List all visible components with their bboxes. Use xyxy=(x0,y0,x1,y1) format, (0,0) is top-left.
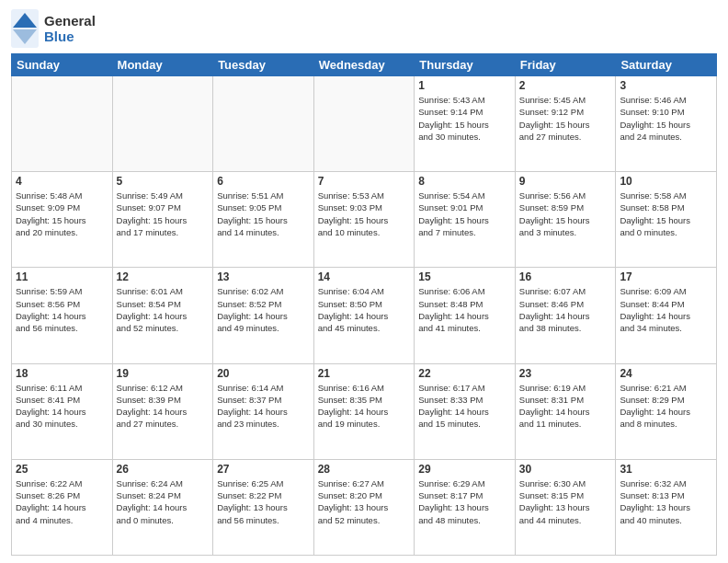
info-line: Sunset: 8:46 PM xyxy=(519,298,612,310)
day-info: Sunrise: 6:01 AMSunset: 8:54 PMDaylight:… xyxy=(117,285,210,334)
calendar-cell: 28Sunrise: 6:27 AMSunset: 8:20 PMDayligh… xyxy=(313,459,415,555)
info-line: Sunrise: 6:25 AM xyxy=(217,477,310,489)
info-line: Daylight: 14 hours xyxy=(117,406,210,418)
info-line: and 48 minutes. xyxy=(418,514,511,526)
day-info: Sunrise: 5:46 AMSunset: 9:10 PMDaylight:… xyxy=(620,94,712,143)
day-number: 28 xyxy=(318,463,411,476)
day-info: Sunrise: 5:58 AMSunset: 8:58 PMDaylight:… xyxy=(620,190,712,238)
calendar-cell: 30Sunrise: 6:30 AMSunset: 8:15 PMDayligh… xyxy=(515,459,616,555)
calendar-cell: 13Sunrise: 6:02 AMSunset: 8:52 PMDayligh… xyxy=(213,268,314,363)
info-line: and 23 minutes. xyxy=(217,418,310,430)
calendar-cell: 17Sunrise: 6:09 AMSunset: 8:44 PMDayligh… xyxy=(616,268,717,363)
day-number: 5 xyxy=(117,175,210,188)
info-line: Daylight: 13 hours xyxy=(418,501,511,513)
info-line: and 10 minutes. xyxy=(318,226,411,238)
info-line: Sunrise: 6:22 AM xyxy=(16,477,108,489)
info-line: and 20 minutes. xyxy=(16,226,108,238)
calendar-cell: 27Sunrise: 6:25 AMSunset: 8:22 PMDayligh… xyxy=(213,459,314,555)
info-line: Sunrise: 5:49 AM xyxy=(117,190,210,201)
svg-text:General: General xyxy=(44,13,96,29)
info-line: and 41 minutes. xyxy=(418,322,511,334)
day-info: Sunrise: 6:14 AMSunset: 8:37 PMDaylight:… xyxy=(217,382,310,431)
info-line: and 30 minutes. xyxy=(418,131,511,143)
calendar-cell: 6Sunrise: 5:51 AMSunset: 9:05 PMDaylight… xyxy=(213,172,314,268)
calendar-cell: 19Sunrise: 6:12 AMSunset: 8:39 PMDayligh… xyxy=(112,363,213,459)
info-line: Sunrise: 5:54 AM xyxy=(418,190,511,201)
calendar-cell: 31Sunrise: 6:32 AMSunset: 8:13 PMDayligh… xyxy=(616,459,717,555)
calendar-cell: 11Sunrise: 5:59 AMSunset: 8:56 PMDayligh… xyxy=(12,268,113,363)
day-number: 16 xyxy=(519,270,612,283)
info-line: Sunset: 8:56 PM xyxy=(16,298,108,310)
day-info: Sunrise: 6:27 AMSunset: 8:20 PMDaylight:… xyxy=(318,477,411,526)
day-info: Sunrise: 6:09 AMSunset: 8:44 PMDaylight:… xyxy=(620,285,712,334)
info-line: Sunrise: 6:30 AM xyxy=(519,477,612,489)
info-line: Sunrise: 6:14 AM xyxy=(217,382,310,394)
day-info: Sunrise: 6:11 AMSunset: 8:41 PMDaylight:… xyxy=(16,382,108,431)
info-line: Sunset: 9:14 PM xyxy=(418,106,511,118)
calendar-cell xyxy=(213,76,314,172)
info-line: Sunset: 9:07 PM xyxy=(117,201,210,213)
calendar-cell: 2Sunrise: 5:45 AMSunset: 9:12 PMDaylight… xyxy=(515,76,616,172)
day-number: 27 xyxy=(217,463,310,476)
day-number: 7 xyxy=(318,175,411,188)
info-line: Sunset: 8:41 PM xyxy=(16,394,108,406)
info-line: and 38 minutes. xyxy=(519,322,612,334)
info-line: Sunset: 8:15 PM xyxy=(519,489,612,501)
info-line: Daylight: 14 hours xyxy=(16,310,108,322)
info-line: Sunset: 9:03 PM xyxy=(318,201,411,213)
info-line: Daylight: 15 hours xyxy=(318,214,411,226)
info-line: and 52 minutes. xyxy=(318,514,411,526)
info-line: Daylight: 14 hours xyxy=(318,406,411,418)
day-number: 10 xyxy=(620,175,712,188)
calendar-week-row: 11Sunrise: 5:59 AMSunset: 8:56 PMDayligh… xyxy=(12,268,717,363)
calendar-cell: 1Sunrise: 5:43 AMSunset: 9:14 PMDaylight… xyxy=(415,76,516,172)
day-number: 29 xyxy=(418,463,511,476)
info-line: Daylight: 15 hours xyxy=(519,119,612,131)
info-line: and 3 minutes. xyxy=(519,226,612,238)
info-line: Sunset: 8:37 PM xyxy=(217,394,310,406)
info-line: Daylight: 15 hours xyxy=(217,214,310,226)
info-line: Sunrise: 5:51 AM xyxy=(217,190,310,201)
calendar-cell: 9Sunrise: 5:56 AMSunset: 8:59 PMDaylight… xyxy=(515,172,616,268)
day-info: Sunrise: 6:32 AMSunset: 8:13 PMDaylight:… xyxy=(620,477,712,526)
calendar-cell: 4Sunrise: 5:48 AMSunset: 9:09 PMDaylight… xyxy=(12,172,113,268)
calendar-cell: 25Sunrise: 6:22 AMSunset: 8:26 PMDayligh… xyxy=(12,459,113,555)
day-number: 14 xyxy=(318,270,411,283)
info-line: and 15 minutes. xyxy=(418,418,511,430)
info-line: Sunrise: 6:02 AM xyxy=(217,285,310,297)
info-line: Sunrise: 5:56 AM xyxy=(519,190,612,201)
info-line: and 11 minutes. xyxy=(519,418,612,430)
info-line: and 14 minutes. xyxy=(217,226,310,238)
info-line: Sunset: 8:17 PM xyxy=(418,489,511,501)
info-line: Sunset: 9:01 PM xyxy=(418,201,511,213)
info-line: Sunset: 8:35 PM xyxy=(318,394,411,406)
calendar-cell: 20Sunrise: 6:14 AMSunset: 8:37 PMDayligh… xyxy=(213,363,314,459)
day-info: Sunrise: 6:16 AMSunset: 8:35 PMDaylight:… xyxy=(318,382,411,431)
info-line: Daylight: 14 hours xyxy=(217,406,310,418)
info-line: and 27 minutes. xyxy=(519,131,612,143)
info-line: Sunrise: 6:01 AM xyxy=(117,285,210,297)
day-number: 9 xyxy=(519,175,612,188)
info-line: Sunrise: 6:32 AM xyxy=(620,477,712,489)
page-header: General Blue xyxy=(11,9,717,48)
info-line: and 40 minutes. xyxy=(620,514,712,526)
info-line: Sunset: 8:50 PM xyxy=(318,298,411,310)
calendar-cell: 21Sunrise: 6:16 AMSunset: 8:35 PMDayligh… xyxy=(313,363,415,459)
day-number: 25 xyxy=(16,463,108,476)
day-number: 4 xyxy=(16,175,108,188)
info-line: Sunset: 8:48 PM xyxy=(418,298,511,310)
calendar-cell: 26Sunrise: 6:24 AMSunset: 8:24 PMDayligh… xyxy=(112,459,213,555)
info-line: Sunset: 8:44 PM xyxy=(620,298,712,310)
info-line: Sunset: 8:29 PM xyxy=(620,394,712,406)
info-line: and 30 minutes. xyxy=(16,418,108,430)
info-line: Sunset: 9:05 PM xyxy=(217,201,310,213)
info-line: Daylight: 14 hours xyxy=(519,406,612,418)
info-line: Daylight: 13 hours xyxy=(217,501,310,513)
day-number: 17 xyxy=(620,270,712,283)
info-line: Daylight: 14 hours xyxy=(620,310,712,322)
info-line: Daylight: 15 hours xyxy=(16,214,108,226)
calendar-cell: 18Sunrise: 6:11 AMSunset: 8:41 PMDayligh… xyxy=(12,363,113,459)
col-header-saturday: Saturday xyxy=(616,54,717,76)
info-line: Daylight: 14 hours xyxy=(519,310,612,322)
svg-text:Blue: Blue xyxy=(44,29,74,44)
